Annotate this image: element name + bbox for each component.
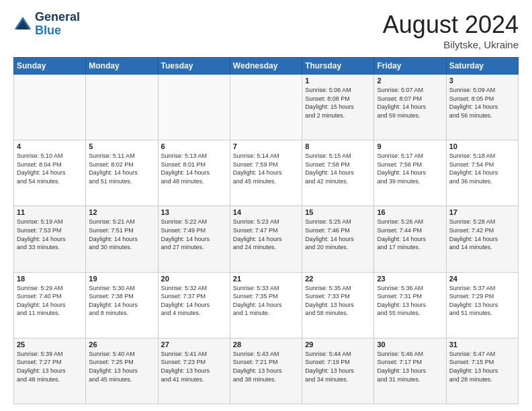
day-cell: [230, 75, 302, 140]
day-cell: 6Sunrise: 5:13 AMSunset: 8:01 PMDaylight…: [158, 140, 230, 206]
day-info: Sunrise: 5:41 AMSunset: 7:23 PMDaylight:…: [161, 350, 227, 383]
day-info: Sunrise: 5:32 AMSunset: 7:37 PMDaylight:…: [161, 284, 227, 318]
day-cell: [86, 75, 158, 140]
calendar: SundayMondayTuesdayWednesdayThursdayFrid…: [13, 57, 519, 404]
logo: General Blue: [13, 11, 80, 38]
day-number: 2: [377, 77, 443, 85]
day-cell: 11Sunrise: 5:19 AMSunset: 7:53 PMDayligh…: [14, 206, 86, 272]
day-info: Sunrise: 5:35 AMSunset: 7:33 PMDaylight:…: [305, 284, 371, 318]
day-info: Sunrise: 5:18 AMSunset: 7:54 PMDaylight:…: [449, 152, 515, 185]
day-cell: 12Sunrise: 5:21 AMSunset: 7:51 PMDayligh…: [86, 206, 158, 272]
day-info: Sunrise: 5:29 AMSunset: 7:40 PMDaylight:…: [17, 284, 83, 318]
day-cell: 7Sunrise: 5:14 AMSunset: 7:59 PMDaylight…: [230, 140, 302, 206]
day-info: Sunrise: 5:39 AMSunset: 7:27 PMDaylight:…: [17, 350, 83, 383]
day-number: 31: [449, 340, 515, 349]
day-number: 1: [305, 77, 371, 85]
day-number: 6: [161, 142, 227, 150]
day-info: Sunrise: 5:11 AMSunset: 8:02 PMDaylight:…: [89, 152, 154, 185]
day-cell: 20Sunrise: 5:32 AMSunset: 7:37 PMDayligh…: [158, 272, 230, 338]
day-info: Sunrise: 5:37 AMSunset: 7:29 PMDaylight:…: [449, 284, 515, 318]
logo-text: General Blue: [35, 11, 80, 38]
day-number: 10: [449, 142, 515, 150]
day-cell: 1Sunrise: 5:06 AMSunset: 8:08 PMDaylight…: [302, 75, 374, 140]
day-cell: 29Sunrise: 5:44 AMSunset: 7:19 PMDayligh…: [302, 338, 374, 404]
day-info: Sunrise: 5:19 AMSunset: 7:53 PMDaylight:…: [17, 218, 83, 251]
day-info: Sunrise: 5:46 AMSunset: 7:17 PMDaylight:…: [377, 350, 443, 383]
day-cell: 10Sunrise: 5:18 AMSunset: 7:54 PMDayligh…: [446, 140, 518, 206]
day-cell: 25Sunrise: 5:39 AMSunset: 7:27 PMDayligh…: [14, 338, 86, 404]
day-info: Sunrise: 5:30 AMSunset: 7:38 PMDaylight:…: [89, 284, 154, 318]
page: General Blue August 2024 Bilytske, Ukrai…: [0, 0, 532, 411]
day-number: 24: [449, 275, 515, 283]
week-row-5: 25Sunrise: 5:39 AMSunset: 7:27 PMDayligh…: [14, 338, 519, 404]
location-title: Bilytske, Ukraine: [383, 39, 519, 50]
week-row-3: 11Sunrise: 5:19 AMSunset: 7:53 PMDayligh…: [14, 206, 519, 272]
day-number: 22: [305, 275, 371, 283]
day-number: 16: [377, 208, 443, 216]
day-number: 7: [233, 142, 299, 150]
day-cell: 3Sunrise: 5:09 AMSunset: 8:05 PMDaylight…: [446, 75, 518, 140]
month-title: August 2024: [383, 11, 519, 39]
day-info: Sunrise: 5:15 AMSunset: 7:58 PMDaylight:…: [305, 152, 371, 185]
weekday-wednesday: Wednesday: [230, 58, 302, 75]
day-number: 20: [161, 275, 227, 283]
day-number: 11: [17, 208, 83, 216]
day-number: 27: [161, 340, 227, 349]
title-block: August 2024 Bilytske, Ukraine: [383, 11, 519, 50]
day-cell: 23Sunrise: 5:36 AMSunset: 7:31 PMDayligh…: [374, 272, 446, 338]
day-cell: 8Sunrise: 5:15 AMSunset: 7:58 PMDaylight…: [302, 140, 374, 206]
day-cell: 18Sunrise: 5:29 AMSunset: 7:40 PMDayligh…: [14, 272, 86, 338]
weekday-friday: Friday: [374, 58, 446, 75]
day-info: Sunrise: 5:25 AMSunset: 7:46 PMDaylight:…: [305, 218, 371, 251]
day-cell: 24Sunrise: 5:37 AMSunset: 7:29 PMDayligh…: [446, 272, 518, 338]
day-cell: 21Sunrise: 5:33 AMSunset: 7:35 PMDayligh…: [230, 272, 302, 338]
day-cell: 13Sunrise: 5:22 AMSunset: 7:49 PMDayligh…: [158, 206, 230, 272]
day-info: Sunrise: 5:36 AMSunset: 7:31 PMDaylight:…: [377, 284, 443, 318]
day-number: 4: [17, 142, 83, 150]
weekday-thursday: Thursday: [302, 58, 374, 75]
day-number: 29: [305, 340, 371, 349]
logo-icon: [13, 15, 32, 34]
day-number: 18: [17, 275, 83, 283]
day-number: 23: [377, 275, 443, 283]
weekday-monday: Monday: [86, 58, 158, 75]
weekday-tuesday: Tuesday: [158, 58, 230, 75]
day-cell: 28Sunrise: 5:43 AMSunset: 7:21 PMDayligh…: [230, 338, 302, 404]
week-row-4: 18Sunrise: 5:29 AMSunset: 7:40 PMDayligh…: [14, 272, 519, 338]
logo-line1: General: [35, 11, 80, 24]
day-info: Sunrise: 5:22 AMSunset: 7:49 PMDaylight:…: [161, 218, 227, 251]
day-info: Sunrise: 5:07 AMSunset: 8:07 PMDaylight:…: [377, 86, 443, 120]
day-info: Sunrise: 5:40 AMSunset: 7:25 PMDaylight:…: [89, 350, 154, 383]
day-info: Sunrise: 5:26 AMSunset: 7:44 PMDaylight:…: [377, 218, 443, 251]
day-cell: 27Sunrise: 5:41 AMSunset: 7:23 PMDayligh…: [158, 338, 230, 404]
day-info: Sunrise: 5:33 AMSunset: 7:35 PMDaylight:…: [233, 284, 299, 318]
week-row-2: 4Sunrise: 5:10 AMSunset: 8:04 PMDaylight…: [14, 140, 519, 206]
day-number: 30: [377, 340, 443, 349]
day-number: 3: [449, 77, 515, 85]
day-info: Sunrise: 5:23 AMSunset: 7:47 PMDaylight:…: [233, 218, 299, 251]
day-info: Sunrise: 5:21 AMSunset: 7:51 PMDaylight:…: [89, 218, 154, 251]
day-info: Sunrise: 5:17 AMSunset: 7:56 PMDaylight:…: [377, 152, 443, 185]
day-info: Sunrise: 5:09 AMSunset: 8:05 PMDaylight:…: [449, 86, 515, 120]
day-number: 12: [89, 208, 154, 216]
day-number: 14: [233, 208, 299, 216]
day-number: 13: [161, 208, 227, 216]
day-number: 21: [233, 275, 299, 283]
week-row-1: 1Sunrise: 5:06 AMSunset: 8:08 PMDaylight…: [14, 75, 519, 140]
day-info: Sunrise: 5:44 AMSunset: 7:19 PMDaylight:…: [305, 350, 371, 383]
day-info: Sunrise: 5:28 AMSunset: 7:42 PMDaylight:…: [449, 218, 515, 251]
day-number: 19: [89, 275, 154, 283]
day-cell: 31Sunrise: 5:47 AMSunset: 7:15 PMDayligh…: [446, 338, 518, 404]
day-info: Sunrise: 5:14 AMSunset: 7:59 PMDaylight:…: [233, 152, 299, 185]
day-cell: 26Sunrise: 5:40 AMSunset: 7:25 PMDayligh…: [86, 338, 158, 404]
logo-line2: Blue: [35, 24, 80, 38]
day-number: 28: [233, 340, 299, 349]
day-cell: [14, 75, 86, 140]
weekday-header-row: SundayMondayTuesdayWednesdayThursdayFrid…: [14, 58, 519, 75]
day-cell: 2Sunrise: 5:07 AMSunset: 8:07 PMDaylight…: [374, 75, 446, 140]
day-cell: 9Sunrise: 5:17 AMSunset: 7:56 PMDaylight…: [374, 140, 446, 206]
day-number: 25: [17, 340, 83, 349]
day-number: 17: [449, 208, 515, 216]
day-number: 8: [305, 142, 371, 150]
day-cell: 14Sunrise: 5:23 AMSunset: 7:47 PMDayligh…: [230, 206, 302, 272]
